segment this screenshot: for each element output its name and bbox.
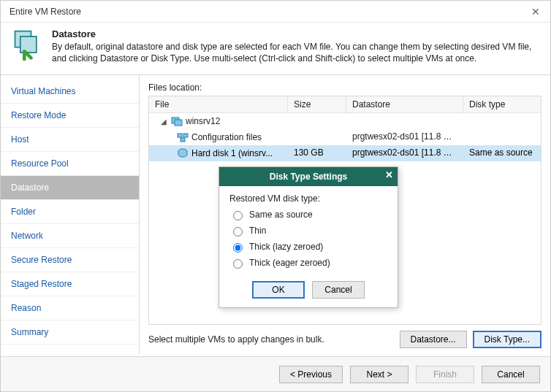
file-name: Configuration files [191, 132, 262, 142]
cell-size [288, 113, 346, 129]
files-location-label: Files location: [148, 82, 542, 93]
cell-datastore: prgtwesx02-ds01 [11.8 TB... [346, 145, 463, 161]
file-name: Hard disk 1 (winsrv... [191, 148, 273, 158]
col-size[interactable]: Size [288, 96, 346, 113]
radio-label: Thin [249, 226, 266, 236]
disk-type-option[interactable]: Thin [229, 223, 387, 239]
col-file[interactable]: File [149, 96, 288, 113]
sidebar-item-resource-pool[interactable]: Resource Pool [1, 152, 139, 176]
cell-size [288, 129, 346, 145]
disk-type-option[interactable]: Thick (eager zeroed) [229, 255, 387, 271]
dialog-cancel-button[interactable]: Cancel [312, 281, 365, 299]
cell-datastore: prgtwesx02-ds01 [11.8 TB... [346, 129, 463, 145]
disk-type-option[interactable]: Same as source [229, 207, 387, 223]
sidebar-item-reason[interactable]: Reason [1, 296, 139, 320]
datastore-button[interactable]: Datastore... [400, 331, 467, 348]
disk-type-option[interactable]: Thick (lazy zeroed) [229, 239, 387, 255]
sidebar-item-datastore[interactable]: Datastore [1, 176, 139, 200]
cell-disktype [463, 113, 542, 129]
disk-type-radio-group: Same as sourceThinThick (lazy zeroed)Thi… [229, 207, 387, 271]
radio-label: Same as source [249, 210, 313, 220]
dialog-close-icon[interactable]: ✕ [385, 169, 393, 180]
cancel-button[interactable]: Cancel [482, 366, 540, 383]
cell-size: 130 GB [288, 145, 346, 161]
cell-disktype [463, 129, 542, 145]
page-title: Datastore [52, 28, 540, 39]
table-row[interactable]: Hard disk 1 (winsrv...130 GBprgtwesx02-d… [149, 145, 541, 161]
svg-rect-1 [20, 36, 37, 53]
previous-button[interactable]: < Previous [279, 366, 343, 383]
col-datastore[interactable]: Datastore [346, 96, 463, 113]
svg-rect-3 [175, 120, 182, 126]
svg-rect-6 [180, 138, 185, 142]
wizard-header: Datastore By default, original datastore… [1, 23, 550, 75]
dialog-title: Disk Type Settings [270, 172, 347, 182]
table-row[interactable]: ◢winsrv12 [149, 113, 541, 129]
next-button[interactable]: Next > [350, 366, 408, 383]
window-title: Entire VM Restore [10, 7, 81, 17]
svg-rect-4 [178, 134, 182, 137]
disk-type-button[interactable]: Disk Type... [473, 331, 542, 348]
cell-datastore [346, 113, 463, 129]
sidebar-item-virtual-machines[interactable]: Virtual Machines [1, 80, 139, 104]
sidebar-item-restore-mode[interactable]: Restore Mode [1, 104, 139, 128]
radio-input[interactable] [233, 259, 243, 269]
radio-input[interactable] [233, 227, 243, 237]
sidebar-item-secure-restore[interactable]: Secure Restore [1, 248, 139, 272]
close-icon[interactable]: ✕ [528, 6, 543, 18]
radio-input[interactable] [233, 243, 243, 253]
file-name: winsrv12 [186, 116, 220, 126]
bulk-hint: Select multiple VMs to apply changes in … [148, 334, 324, 345]
sidebar-item-host[interactable]: Host [1, 128, 139, 152]
finish-button: Finish [416, 366, 474, 383]
titlebar: Entire VM Restore ✕ [1, 1, 550, 23]
svg-rect-5 [183, 134, 188, 137]
sidebar-item-staged-restore[interactable]: Staged Restore [1, 272, 139, 296]
restored-disk-type-label: Restored VM disk type: [229, 193, 387, 204]
cell-disktype: Same as source [463, 145, 542, 161]
sidebar-item-summary[interactable]: Summary [1, 320, 139, 345]
radio-input[interactable] [233, 211, 243, 220]
table-header: File Size Datastore Disk type [149, 96, 541, 113]
page-description: By default, original datastore and disk … [52, 41, 540, 64]
disk-type-settings-dialog: Disk Type Settings ✕ Restored VM disk ty… [218, 166, 398, 308]
wizard-sidebar: Virtual MachinesRestore ModeHostResource… [1, 75, 140, 354]
dialog-ok-button[interactable]: OK [252, 281, 305, 299]
expand-icon[interactable]: ◢ [161, 118, 168, 126]
sidebar-item-folder[interactable]: Folder [1, 200, 139, 224]
wizard-footer: < Previous Next > Finish Cancel [1, 356, 550, 391]
dialog-titlebar: Disk Type Settings ✕ [219, 167, 398, 186]
datastore-icon [11, 28, 43, 61]
col-disktype[interactable]: Disk type [463, 96, 542, 113]
radio-label: Thick (lazy zeroed) [249, 242, 323, 252]
radio-label: Thick (eager zeroed) [249, 258, 330, 268]
table-row[interactable]: Configuration filesprgtwesx02-ds01 [11.8… [149, 129, 541, 145]
sidebar-item-network[interactable]: Network [1, 224, 139, 248]
